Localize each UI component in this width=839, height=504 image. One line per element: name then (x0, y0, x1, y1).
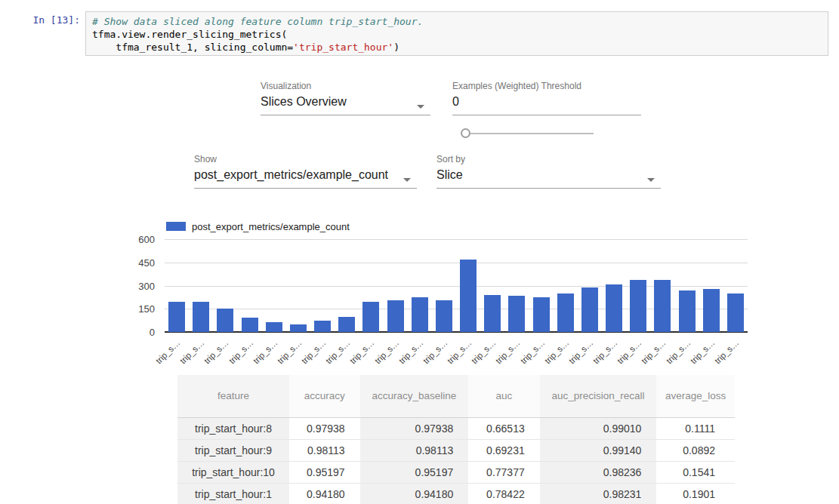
slider-handle[interactable] (461, 128, 470, 138)
threshold-slider[interactable] (461, 128, 594, 139)
code-line: tfma_result_1, slicing_column='trip_star… (92, 41, 822, 54)
table-cell: 0.94180 (289, 483, 360, 504)
sort-by-dropdown[interactable]: Sort by Slice (436, 154, 661, 189)
table-cell: 0.95197 (289, 461, 360, 483)
table-cell: trip_start_hour:1 (177, 483, 289, 504)
table-cell: trip_start_hour:9 (177, 439, 289, 461)
chevron-down-icon (647, 178, 655, 182)
chart-bar[interactable] (314, 321, 331, 332)
chart-bar[interactable] (387, 300, 404, 332)
code-line: tfma.view.render_slicing_metrics( (92, 28, 822, 41)
table-cell: 0.99010 (540, 417, 657, 439)
chart-bar[interactable] (557, 293, 574, 332)
field-underline (261, 115, 430, 115)
table-cell: 0.99140 (540, 439, 657, 461)
chart-bar[interactable] (290, 324, 307, 332)
chevron-down-icon (417, 105, 424, 109)
chart-bar[interactable] (703, 289, 720, 332)
threshold-label: Examples (Weighted) Threshold (452, 81, 641, 91)
chart-bar[interactable] (242, 318, 258, 332)
table-row: trip_start_hour:10.941800.941800.784220.… (177, 483, 735, 504)
field-underline (436, 188, 661, 189)
cell-execution-prompt: In [13]: (0, 14, 80, 26)
chart-bar[interactable] (679, 290, 696, 332)
table-header-row: featureaccuracyaccuracy_baselineaucauc_p… (177, 375, 735, 417)
code-cell-input[interactable]: # Show data sliced along feature column … (85, 11, 828, 56)
table-cell: 0.98113 (360, 439, 469, 461)
table-cell: 0.94180 (360, 483, 469, 504)
chart-bar[interactable] (412, 297, 428, 332)
table-cell: 0.66513 (468, 417, 539, 439)
chart-bar[interactable] (338, 317, 355, 332)
chart-bar[interactable] (168, 302, 185, 332)
table-cell: 0.0892 (656, 439, 735, 461)
column-header: accuracy_baseline (360, 375, 469, 417)
threshold-input[interactable] (452, 95, 641, 109)
metrics-table-container: featureaccuracyaccuracy_baselineaucauc_p… (177, 375, 735, 504)
gridline (165, 239, 748, 240)
column-header: auc (468, 375, 539, 417)
code-string-literal: 'trip_start_hour' (293, 41, 393, 53)
table-cell: 0.98231 (540, 483, 657, 504)
table-cell: 0.1901 (656, 483, 735, 504)
chart-bar[interactable] (436, 300, 452, 332)
chart-bar[interactable] (484, 295, 501, 332)
visualization-dropdown[interactable]: Visualization Slices Overview (261, 81, 430, 115)
slider-track[interactable] (465, 133, 594, 134)
field-underline (452, 115, 641, 115)
table-cell: 0.97938 (360, 417, 469, 439)
chart-bar[interactable] (266, 322, 282, 332)
notebook-page: In [13]: # Show data sliced along featur… (0, 0, 839, 504)
table-cell: 0.97938 (289, 417, 360, 439)
table-cell: 0.1111 (656, 417, 735, 439)
legend-label: post_export_metrics/example_count (192, 221, 350, 232)
show-value: post_export_metrics/example_count (194, 168, 417, 182)
column-header: average_loss (656, 375, 735, 417)
y-axis-tick-label: 150 (120, 303, 155, 315)
chart-bar[interactable] (727, 293, 744, 332)
y-axis-tick-label: 0 (120, 327, 155, 338)
visualization-label: Visualization (261, 81, 430, 91)
sort-by-value: Slice (436, 168, 661, 182)
gridline (165, 263, 748, 263)
column-header: auc_precision_recall (540, 375, 657, 417)
legend-swatch-icon (166, 222, 186, 231)
field-underline (194, 188, 417, 189)
slices-bar-chart[interactable] (165, 239, 748, 332)
column-header: accuracy (289, 375, 360, 417)
chart-bar[interactable] (460, 260, 477, 332)
table-cell: trip_start_hour:8 (177, 417, 289, 439)
chart-bar[interactable] (362, 302, 379, 332)
y-axis-tick-label: 450 (120, 257, 155, 269)
chart-bar[interactable] (581, 287, 598, 332)
y-axis-tick-label: 600 (120, 234, 155, 245)
visualization-value: Slices Overview (261, 95, 430, 109)
show-metric-dropdown[interactable]: Show post_export_metrics/example_count (194, 154, 417, 189)
column-header: feature (177, 375, 289, 417)
chart-bar[interactable] (217, 309, 233, 332)
chart-bar[interactable] (533, 297, 550, 332)
table-row: trip_start_hour:90.981130.981130.692310.… (177, 439, 735, 461)
chevron-down-icon (403, 178, 411, 182)
table-cell: 0.98236 (540, 461, 657, 483)
table-row: trip_start_hour:100.951970.951970.773770… (177, 461, 735, 483)
code-comment-line: # Show data sliced along feature column … (92, 15, 822, 28)
table-cell: 0.69231 (468, 439, 539, 461)
chart-bar[interactable] (508, 296, 525, 332)
threshold-field[interactable]: Examples (Weighted) Threshold (452, 81, 641, 115)
table-row: trip_start_hour:80.979380.979380.665130.… (177, 417, 735, 439)
table-cell: 0.1541 (656, 461, 735, 483)
y-axis-tick-label: 300 (120, 281, 155, 292)
show-label: Show (194, 154, 417, 164)
table-cell: trip_start_hour:10 (177, 461, 289, 483)
chart-bar[interactable] (606, 284, 622, 332)
chart-bar[interactable] (654, 280, 671, 332)
metrics-table: featureaccuracyaccuracy_baselineaucauc_p… (177, 375, 735, 504)
table-cell: 0.98113 (289, 439, 360, 461)
table-cell: 0.77377 (468, 461, 539, 483)
chart-bar[interactable] (193, 302, 209, 332)
chart-bar[interactable] (630, 280, 646, 332)
table-cell: 0.95197 (360, 461, 469, 483)
sort-by-label: Sort by (436, 154, 661, 164)
table-cell: 0.78422 (468, 483, 539, 504)
